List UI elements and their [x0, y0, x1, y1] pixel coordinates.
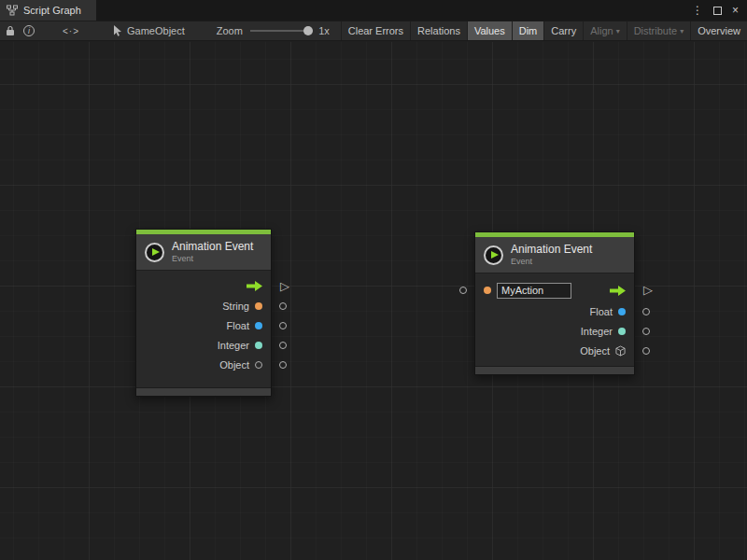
output-port-integer[interactable]	[279, 342, 287, 349]
maximize-icon[interactable]	[713, 7, 722, 15]
gameobject-icon	[113, 25, 122, 36]
flow-arrow-icon	[610, 286, 626, 296]
window-controls: ⋮ ×	[692, 0, 747, 21]
clear-errors-button[interactable]: Clear Errors	[341, 21, 410, 40]
flow-output-port[interactable]: ▷	[280, 280, 289, 292]
float-type-dot	[255, 322, 262, 329]
integer-type-dot	[255, 342, 262, 349]
carry-button[interactable]: Carry	[543, 21, 583, 40]
node-title: Animation Event	[172, 240, 253, 253]
output-row-float: Float	[475, 301, 634, 321]
unity-script-graph-window: Script Graph ⋮ × i <·> GameObject Zo	[0, 0, 747, 560]
output-port-string[interactable]	[279, 302, 287, 310]
values-button[interactable]: Values	[467, 21, 512, 40]
output-row-object: Object	[475, 341, 634, 360]
port-label: Object	[580, 345, 610, 357]
gameobject-label: GameObject	[127, 25, 185, 36]
tab-script-graph[interactable]: Script Graph	[0, 0, 96, 21]
node-footer	[136, 387, 271, 396]
relations-button[interactable]: Relations	[410, 21, 467, 40]
node-header[interactable]: Animation Event Event	[136, 234, 271, 271]
node-title: Animation Event	[511, 243, 592, 256]
node-animation-event-1[interactable]: Animation Event Event ▷ String Floa	[135, 229, 272, 397]
align-label: Align	[590, 25, 613, 36]
event-icon	[484, 245, 503, 265]
action-input-port[interactable]	[459, 287, 467, 294]
dropdown-arrow-icon: ▾	[616, 27, 620, 35]
dropdown-arrow-icon: ▾	[680, 27, 684, 35]
zoom-value: 1x	[318, 25, 330, 36]
output-row-float: Float	[136, 315, 271, 335]
zoom-slider-handle[interactable]	[303, 26, 313, 35]
port-label: Float	[227, 320, 249, 331]
action-value-field[interactable]	[497, 283, 571, 299]
node-body: ▷ String Float Integer	[136, 271, 271, 387]
info-icon[interactable]: i	[23, 25, 35, 36]
zoom-slider[interactable]	[250, 25, 313, 36]
object-cube-icon	[615, 345, 626, 357]
integer-type-dot	[618, 328, 626, 335]
port-label: Integer	[581, 326, 613, 337]
output-row-integer: Integer	[136, 335, 271, 355]
event-icon	[145, 243, 164, 262]
gameobject-context[interactable]: GameObject	[113, 25, 185, 36]
output-port-float[interactable]	[642, 308, 650, 315]
node-subtitle: Event	[511, 257, 592, 267]
dim-button[interactable]: Dim	[512, 21, 544, 40]
window-menu-icon[interactable]: ⋮	[692, 5, 703, 16]
zoom-label: Zoom	[217, 25, 243, 36]
port-label: Integer	[218, 340, 249, 351]
action-input-row: ▷	[475, 279, 634, 301]
output-port-object[interactable]	[642, 347, 650, 355]
script-graph-icon	[7, 5, 18, 16]
tab-label: Script Graph	[23, 5, 81, 16]
node-header[interactable]: Animation Event Event	[475, 237, 634, 273]
node-animation-event-2[interactable]: Animation Event Event ▷ Float	[474, 231, 635, 375]
port-label: Object	[219, 359, 249, 371]
lock-icon[interactable]	[6, 25, 15, 36]
port-label: String	[222, 301, 249, 312]
node-subtitle: Event	[172, 254, 253, 264]
distribute-label: Distribute	[634, 25, 677, 36]
output-port-float[interactable]	[279, 322, 287, 329]
tab-bar-spacer	[96, 0, 692, 21]
string-type-dot	[484, 287, 491, 294]
port-label: Float	[590, 306, 613, 317]
string-type-dot	[255, 302, 262, 310]
toolbar-buttons: Clear Errors Relations Values Dim Carry …	[341, 21, 747, 40]
distribute-button: Distribute ▾	[627, 21, 690, 40]
node-body: ▷ Float Integer Object	[475, 273, 634, 366]
graph-canvas[interactable]: Animation Event Event ▷ String Floa	[0, 42, 747, 560]
code-icon[interactable]: <·>	[63, 26, 79, 36]
node-footer	[475, 366, 634, 374]
output-row-string: String	[136, 296, 271, 315]
output-port-integer[interactable]	[642, 328, 650, 335]
float-type-dot	[618, 308, 626, 315]
flow-arrow-icon	[247, 281, 262, 291]
output-row-integer: Integer	[475, 321, 634, 341]
object-type-dot	[255, 361, 262, 369]
output-row-object: Object	[136, 355, 271, 374]
flow-output-row: ▷	[136, 276, 271, 296]
tab-bar: Script Graph ⋮ ×	[0, 0, 747, 21]
align-button: Align ▾	[583, 21, 626, 40]
flow-output-port[interactable]: ▷	[643, 284, 653, 296]
close-icon[interactable]: ×	[732, 5, 739, 16]
output-port-object[interactable]	[279, 361, 287, 369]
graph-toolbar: i <·> GameObject Zoom 1x Clear Errors Re…	[0, 21, 747, 41]
overview-button[interactable]: Overview	[690, 21, 747, 40]
